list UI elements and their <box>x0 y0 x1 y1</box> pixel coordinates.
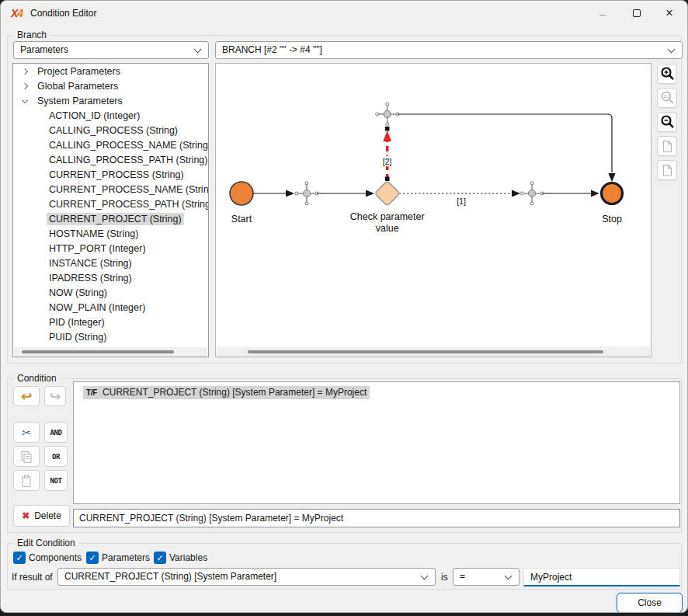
gateway-label-line1: Check parameter <box>350 211 425 222</box>
fit-page-button[interactable] <box>657 136 677 156</box>
tree-item[interactable]: CURRENT_PROCESS (String) <box>13 168 208 182</box>
delete-button[interactable]: ✖ Delete <box>13 505 70 527</box>
chevron-down-icon <box>194 46 202 54</box>
zoom-out-button[interactable] <box>657 112 677 132</box>
tree-item[interactable]: System Parameters <box>13 94 208 108</box>
stop-event-node[interactable] <box>602 183 623 204</box>
tree-scrollbar-thumb[interactable] <box>22 350 174 353</box>
condition-editor-window: X4 Condition Editor – × Branch Parameter… <box>0 0 688 613</box>
parameter-source-combobox[interactable]: Parameters <box>13 41 209 59</box>
and-label: AND <box>50 429 62 437</box>
tree-item[interactable]: HOSTNAME (String) <box>13 227 208 241</box>
copy-button[interactable] <box>13 446 40 467</box>
stop-node-label: Stop <box>602 214 622 224</box>
maximize-button[interactable] <box>620 1 653 26</box>
edge-handle[interactable] <box>385 177 390 182</box>
condition-row-text: CURRENT_PROJECT (String) [System Paramet… <box>103 387 367 398</box>
tree-item[interactable]: NOW (String) <box>13 286 208 300</box>
fit-width-button[interactable] <box>657 160 677 180</box>
tree-item[interactable]: CURRENT_PROJECT (String) <box>13 212 208 226</box>
tree-item-label: Project Parameters <box>35 65 123 78</box>
connector-junction-icon[interactable] <box>295 182 318 205</box>
or-operator-button[interactable]: OR <box>44 446 68 467</box>
tree-item[interactable]: PID (Integer) <box>13 315 208 329</box>
tree-item[interactable]: ACTION_ID (Integer) <box>13 109 208 123</box>
condition-row-selected[interactable]: T/FCURRENT_PROJECT (String) [System Para… <box>83 386 370 399</box>
tree-item[interactable]: CALLING_PROCESS_PATH (String) <box>13 153 208 167</box>
maximize-icon <box>633 9 641 17</box>
connector-junction-icon[interactable] <box>376 103 399 126</box>
zoom-in-button[interactable] <box>657 64 677 84</box>
tree-item[interactable]: Global Parameters <box>13 79 208 93</box>
delete-label: Delete <box>34 510 61 521</box>
close-button[interactable]: Close <box>617 593 683 613</box>
variables-checkbox[interactable]: ✓ <box>154 552 166 564</box>
redo-button[interactable]: ↪ <box>44 386 66 406</box>
tree-item[interactable]: Project Parameters <box>13 64 208 78</box>
condition-summary-field: CURRENT_PROJECT (String) [System Paramet… <box>73 509 680 527</box>
window-title: Condition Editor <box>30 8 96 19</box>
start-event-node[interactable] <box>230 182 253 205</box>
not-operator-button[interactable]: NOT <box>44 470 68 491</box>
gateway-node[interactable] <box>374 181 400 207</box>
and-operator-button[interactable]: AND <box>44 422 68 443</box>
zoom-one-to-one-icon: 1:1 <box>658 89 676 106</box>
expression-combobox[interactable]: CURRENT_PROJECT (String) [System Paramet… <box>57 568 436 586</box>
flow-line[interactable] <box>398 114 612 172</box>
chevron-down-icon <box>668 46 676 54</box>
tree-item-label: CALLING_PROCESS_NAME (String) <box>47 139 209 151</box>
tree-item[interactable]: INSTANCE (String) <box>13 256 208 270</box>
diagram-horizontal-scrollbar[interactable] <box>217 346 650 357</box>
chevron-right-icon[interactable] <box>22 83 28 89</box>
tree-item[interactable]: NOW_PLAIN (Integer) <box>13 301 208 315</box>
parameters-checkbox-label: Parameters <box>102 552 150 563</box>
tree-item-label: NOW_PLAIN (Integer) <box>47 301 148 314</box>
tree-item[interactable]: PUID (String) <box>13 330 208 344</box>
branch2-edge-selected[interactable]: [2] <box>380 127 394 181</box>
minimize-button[interactable]: – <box>586 1 619 26</box>
scissors-icon: ✂ <box>22 426 31 439</box>
close-window-button[interactable]: × <box>653 1 686 26</box>
process-diagram-panel[interactable]: Start Check parameter value [2] <box>215 63 652 357</box>
process-diagram: Start Check parameter value [2] <box>216 64 651 346</box>
compare-value-input[interactable] <box>523 568 680 586</box>
tree-item-label: Global Parameters <box>35 80 120 92</box>
chevron-down-icon[interactable] <box>22 96 28 103</box>
parameter-tree[interactable]: Project ParametersGlobal ParametersSyste… <box>12 63 209 357</box>
tree-horizontal-scrollbar[interactable] <box>14 347 207 357</box>
titlebar: X4 Condition Editor – × <box>1 1 687 26</box>
diagram-scrollbar-thumb[interactable] <box>248 350 603 353</box>
edge-handle[interactable] <box>385 127 390 131</box>
components-checkbox[interactable]: ✓ <box>13 552 26 564</box>
tree-item[interactable]: CURRENT_PROCESS_PATH (String) <box>13 197 208 211</box>
tree-item[interactable]: CALLING_PROCESS_NAME (String) <box>13 138 208 152</box>
operator-combobox[interactable]: = <box>453 568 519 586</box>
edit-condition-group-label: Edit Condition <box>14 538 78 548</box>
branch-combobox[interactable]: BRANCH [#2 "" -> #4 ""] <box>215 41 683 59</box>
components-checkbox-label: Components <box>29 552 82 563</box>
tree-item-label: System Parameters <box>35 95 125 107</box>
parameters-checkbox[interactable]: ✓ <box>86 552 99 564</box>
tree-item[interactable]: IPADRESS (String) <box>13 271 208 285</box>
tree-item-label: HOSTNAME (String) <box>47 228 141 240</box>
chevron-down-icon <box>505 572 513 580</box>
check-icon: ✓ <box>156 553 163 563</box>
tree-item[interactable]: CALLING_PROCESS (String) <box>13 124 208 137</box>
tree-item[interactable]: HTTP_PORT (Integer) <box>13 242 208 256</box>
cut-button[interactable]: ✂ <box>13 422 40 443</box>
condition-list[interactable]: T/FCURRENT_PROJECT (String) [System Para… <box>73 381 680 504</box>
arrowhead <box>512 190 520 197</box>
close-icon: × <box>665 6 672 20</box>
connector-junction-icon[interactable] <box>520 182 544 205</box>
x4-logo: X4 <box>11 7 23 19</box>
chevron-right-icon[interactable] <box>22 68 28 75</box>
tree-item-label: CURRENT_PROCESS_PATH (String) <box>47 198 209 211</box>
or-label: OR <box>52 453 60 461</box>
zoom-actual-size-button[interactable]: 1:1 <box>657 88 677 108</box>
branch-value: BRANCH [#2 "" -> #4 ""] <box>222 44 322 55</box>
paste-button[interactable] <box>13 470 40 491</box>
is-label: is <box>441 572 448 583</box>
branch1-label: [1] <box>457 197 466 206</box>
tree-item[interactable]: CURRENT_PROCESS_NAME (String) <box>13 183 208 197</box>
undo-button[interactable]: ↩ <box>13 386 40 406</box>
